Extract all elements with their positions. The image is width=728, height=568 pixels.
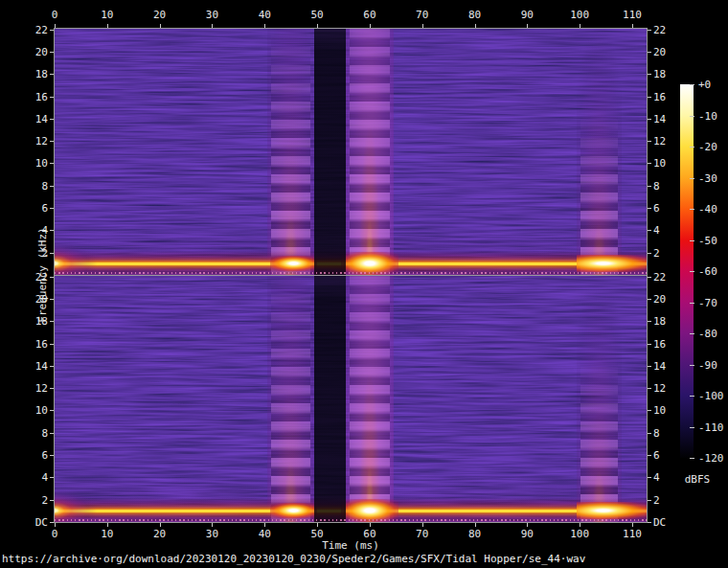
colorbar-tick-label: -120: [698, 452, 728, 465]
colorbar-tick-mark: [690, 303, 694, 304]
y-tick-label-left: DC: [19, 516, 48, 529]
x-tick-mark-top: [264, 24, 265, 28]
x-tick-label-bottom: 20: [146, 528, 174, 540]
x-tick-label-top: 110: [618, 9, 647, 21]
x-tick-mark-top: [475, 24, 476, 28]
x-tick-label-bottom: 80: [461, 528, 489, 540]
y-tick-label-left: 20: [19, 293, 48, 306]
y-tick-label-left: 4: [19, 224, 48, 237]
y-tick-mark-left: [50, 477, 54, 478]
y-tick-mark-left: [50, 500, 54, 501]
colorbar-tick-label: -90: [698, 359, 728, 372]
x-tick-mark-top: [580, 24, 580, 28]
x-tick-mark-bottom: [264, 523, 265, 527]
y-tick-label-right: 8: [653, 427, 682, 440]
burst-column-1: [267, 29, 314, 275]
colorbar-tick-label: -110: [698, 421, 728, 434]
y-tick-label-right: 12: [653, 135, 682, 148]
harmonic-beads: [271, 276, 310, 522]
y-tick-label-left: 12: [19, 135, 48, 148]
y-tick-label-left: 16: [19, 338, 48, 351]
y-tick-label-right: 18: [653, 315, 682, 328]
y-tick-label-right: 2: [653, 494, 682, 507]
x-tick-mark-top: [422, 24, 423, 28]
x-tick-mark-bottom: [55, 523, 56, 527]
onset-fan: [55, 241, 102, 275]
harmonic-beads: [350, 276, 389, 522]
y-tick-mark-right: [648, 410, 651, 411]
y-tick-mark-left: [50, 388, 54, 389]
y-tick-mark-right: [648, 141, 651, 142]
x-tick-mark-bottom: [107, 523, 108, 527]
x-tick-label-top: 0: [40, 9, 69, 21]
x-tick-mark-bottom: [160, 523, 161, 527]
y-tick-label-right: 16: [653, 91, 682, 103]
x-tick-label-top: 100: [565, 9, 594, 21]
y-tick-label-left: 14: [19, 113, 48, 125]
x-tick-label-bottom: 100: [565, 528, 594, 540]
x-tick-label-top: 60: [355, 9, 384, 21]
y-tick-label-right: 8: [653, 180, 682, 193]
x-tick-mark-bottom: [212, 523, 213, 527]
tone-burst-blob-3: [577, 255, 646, 272]
y-tick-label-left: 22: [19, 271, 48, 284]
burst-column-1: [267, 276, 314, 522]
y-tick-label-right: 20: [653, 293, 682, 306]
y-tick-mark-left: [50, 119, 54, 120]
channel-1-spectrogram: [55, 29, 647, 275]
y-tick-mark-right: [648, 433, 651, 434]
y-tick-label-right: 6: [653, 202, 682, 215]
colorbar-tick-label: +0: [698, 79, 728, 91]
x-tick-label-bottom: 110: [618, 528, 647, 540]
x-tick-mark-top: [317, 24, 318, 28]
y-tick-mark-left: [50, 186, 54, 187]
colorbar-tick-label: -80: [698, 328, 728, 340]
colorbar-tick-mark: [690, 271, 694, 272]
y-tick-mark-left: [50, 230, 54, 231]
x-tick-label-top: 30: [197, 9, 226, 21]
harmonic-beads: [580, 276, 618, 522]
x-tick-mark-bottom: [422, 523, 423, 527]
y-tick-mark-left: [50, 52, 54, 53]
y-tick-label-left: 8: [19, 180, 48, 193]
plot-area: [54, 28, 648, 523]
y-tick-mark-right: [648, 30, 651, 31]
colorbar-tick-label: -30: [698, 172, 728, 185]
y-tick-label-right: 2: [653, 247, 682, 260]
y-tick-mark-left: [50, 163, 54, 164]
channel-2-spectrogram: [55, 276, 647, 522]
dc-dots: [55, 272, 647, 274]
y-tick-mark-right: [648, 277, 651, 278]
y-tick-mark-right: [648, 522, 651, 523]
y-tick-mark-left: [50, 366, 54, 367]
x-tick-mark-bottom: [317, 523, 318, 527]
y-tick-mark-right: [648, 230, 651, 231]
source-url: https://archive·org/download/20230120_20…: [2, 553, 585, 565]
x-tick-mark-top: [632, 24, 633, 28]
y-tick-mark-left: [50, 455, 54, 456]
y-tick-label-left: 18: [19, 68, 48, 80]
x-tick-mark-top: [160, 24, 161, 28]
colorbar-tick-mark: [690, 240, 694, 241]
colorbar-tick-mark: [690, 333, 694, 334]
y-tick-mark-right: [648, 253, 651, 254]
x-tick-label-bottom: 10: [93, 528, 122, 540]
y-tick-label-left: 18: [19, 315, 48, 328]
y-tick-label-left: 16: [19, 91, 48, 103]
y-tick-mark-right: [648, 455, 651, 456]
y-tick-label-right: 20: [653, 46, 682, 58]
y-tick-label-right: 4: [653, 224, 682, 237]
y-tick-mark-left: [50, 410, 54, 411]
colorbar-tick-label: -10: [698, 110, 728, 123]
y-tick-label-left: 14: [19, 360, 48, 373]
x-tick-label-bottom: 90: [512, 528, 541, 540]
x-tick-label-top: 80: [461, 9, 489, 21]
x-tick-label-top: 70: [408, 9, 437, 21]
y-tick-mark-right: [648, 163, 651, 164]
y-tick-label-right: 6: [653, 449, 682, 462]
x-tick-mark-top: [107, 24, 108, 28]
x-tick-label-top: 50: [303, 9, 331, 21]
y-tick-label-left: 2: [19, 247, 48, 260]
tone-burst-blob-1: [270, 256, 317, 271]
colorbar-tick-mark: [690, 209, 694, 210]
